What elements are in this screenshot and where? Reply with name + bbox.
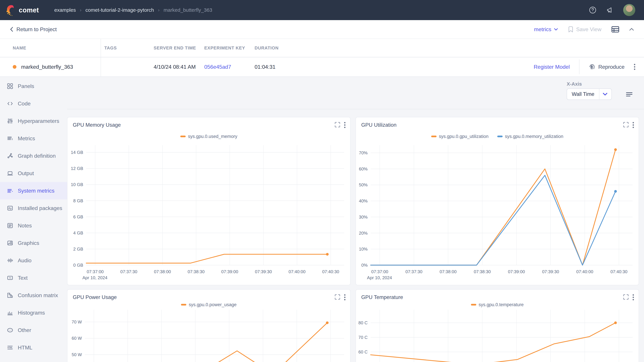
- comet-logo[interactable]: comet: [5, 4, 39, 16]
- legend-item[interactable]: sys.gpu.0.power_usage: [181, 302, 236, 308]
- top-header: comet examples›comet-tutorial-2-image-py…: [0, 0, 644, 20]
- sidebar-item-metrics[interactable]: Metrics: [0, 130, 67, 147]
- svg-text:07:37:30: 07:37:30: [405, 269, 422, 274]
- svg-text:HTML: HTML: [8, 347, 12, 349]
- table-row[interactable]: marked_butterfly_363 4/10/24 08:41 AM 05…: [0, 57, 644, 76]
- sidebar-item-histograms[interactable]: Histograms: [0, 304, 67, 322]
- sidebar-item-output[interactable]: Output: [0, 165, 67, 182]
- reproduce-button[interactable]: Reproduce: [589, 64, 624, 70]
- xaxis-select[interactable]: Wall Time: [567, 88, 612, 100]
- svg-text:12 GB: 12 GB: [71, 166, 83, 171]
- expand-chart-icon[interactable]: [623, 294, 628, 301]
- experiment-color-dot: [13, 65, 16, 69]
- breadcrumb: examples›comet-tutorial-2-image-pytorch›…: [54, 7, 212, 13]
- charts-grid: GPU Memory Usage sys.gpu.0.used_memory 0…: [67, 109, 644, 362]
- sidebar-item-audio[interactable]: Audio: [0, 252, 67, 269]
- sidebar-item-label: Panels: [18, 83, 34, 89]
- chart-kebab-menu-icon[interactable]: [632, 122, 634, 129]
- expand-chart-icon[interactable]: [335, 294, 340, 301]
- confusion-matrix-icon: [7, 292, 14, 299]
- sidebar-item-graphics[interactable]: Graphics: [0, 234, 67, 252]
- chart-kebab-menu-icon[interactable]: [344, 294, 346, 301]
- column-header-experiment-key[interactable]: EXPERIMENT KEY: [204, 45, 254, 51]
- return-to-project-button[interactable]: Return to Project: [10, 26, 57, 32]
- chart-kebab-menu-icon[interactable]: [632, 294, 634, 301]
- svg-text:07:37:00: 07:37:00: [87, 269, 104, 274]
- graphics-icon: [7, 240, 14, 246]
- svg-text:20%: 20%: [359, 231, 368, 236]
- chevron-down-icon: [603, 93, 608, 96]
- chart-card-gpu-utilization: GPU Utilization sys.gpu.0.gpu_utilizatio…: [356, 117, 639, 285]
- svg-text:07:40:30: 07:40:30: [610, 269, 628, 274]
- sidebar-item-graph-definition[interactable]: Graph definition: [0, 147, 67, 165]
- chevron-down-icon: [554, 28, 558, 31]
- chevron-left-icon: [10, 27, 13, 32]
- row-kebab-menu-icon[interactable]: [634, 64, 635, 70]
- svg-text:07:38:00: 07:38:00: [154, 269, 171, 274]
- dropdown-divider: [599, 89, 600, 99]
- table-layout-button[interactable]: [612, 26, 619, 32]
- legend-item[interactable]: sys.gpu.0.memory_utilization: [497, 133, 563, 139]
- save-view-button[interactable]: Save View: [568, 26, 602, 32]
- column-header-server-end-time[interactable]: SERVER END TIME: [154, 45, 204, 51]
- chart-title: GPU Memory Usage: [73, 122, 121, 128]
- svg-text:07:39:00: 07:39:00: [221, 269, 238, 274]
- collapse-panel-button[interactable]: [629, 28, 634, 31]
- sidebar-item-panels[interactable]: Panels: [0, 77, 67, 95]
- svg-text:07:39:30: 07:39:30: [255, 269, 272, 274]
- help-icon[interactable]: [588, 6, 597, 14]
- svg-text:8 GB: 8 GB: [73, 198, 83, 203]
- chart-canvas[interactable]: 07:37:00Apr 10, 202407:37:3007:38:0007:3…: [68, 310, 350, 362]
- legend-item[interactable]: sys.gpu.0.temperature: [471, 302, 524, 308]
- system-metrics-icon: [7, 187, 14, 194]
- announcements-icon[interactable]: [606, 6, 614, 14]
- column-header-name[interactable]: NAME: [0, 39, 101, 57]
- sidebar-item-other[interactable]: Other: [0, 322, 67, 339]
- experiment-table: NAME TAGS SERVER END TIME EXPERIMENT KEY…: [0, 39, 644, 77]
- chart-kebab-menu-icon[interactable]: [344, 122, 346, 129]
- svg-text:07:40:00: 07:40:00: [576, 269, 593, 274]
- svg-text:80 C: 80 C: [358, 320, 368, 325]
- actions-divider: [579, 59, 580, 74]
- avatar[interactable]: [623, 4, 635, 16]
- chart-options-icon[interactable]: [626, 92, 632, 98]
- legend-series-name: sys.gpu.0.gpu_utilization: [439, 134, 488, 139]
- chart-canvas[interactable]: 07:37:00Apr 10, 202407:37:3007:38:0007:3…: [356, 145, 639, 285]
- experiment-key-link[interactable]: 056e45ad7: [204, 64, 231, 70]
- breadcrumb-item[interactable]: examples: [54, 7, 76, 13]
- sidebar-item-text[interactable]: TtText: [0, 269, 67, 287]
- breadcrumb-item[interactable]: marked_butterfly_363: [164, 7, 212, 13]
- sidebar-item-html[interactable]: HTMLHTML: [0, 339, 67, 356]
- breadcrumb-item[interactable]: comet-tutorial-2-image-pytorch: [86, 7, 154, 13]
- svg-text:0 GB: 0 GB: [73, 263, 83, 268]
- legend-color-chip: [180, 136, 186, 137]
- sidebar-item-notes[interactable]: Notes: [0, 217, 67, 234]
- logo-text: comet: [19, 6, 39, 14]
- histograms-icon: [7, 309, 14, 316]
- legend-item[interactable]: sys.gpu.0.used_memory: [180, 133, 237, 139]
- fingerprint-icon: [589, 64, 595, 70]
- metrics-dropdown[interactable]: metrics: [534, 26, 558, 32]
- toolbar-right: metrics Save View: [534, 26, 634, 32]
- column-header-duration[interactable]: DURATION: [254, 45, 302, 51]
- expand-chart-icon[interactable]: [623, 122, 628, 129]
- sidebar-item-installed-packages[interactable]: PyInstalled packages: [0, 199, 67, 217]
- legend-color-chip: [497, 136, 502, 137]
- legend-item[interactable]: sys.gpu.0.gpu_utilization: [431, 133, 488, 139]
- metrics-dropdown-value: metrics: [534, 26, 551, 32]
- sidebar-item-code[interactable]: Code: [0, 95, 67, 112]
- chart-canvas[interactable]: 07:37:00Apr 10, 202407:37:3007:38:0007:3…: [356, 310, 639, 362]
- sidebar-item-hyperparameters[interactable]: Hyperparameters: [0, 112, 67, 130]
- svg-text:4 GB: 4 GB: [73, 230, 83, 236]
- chart-canvas[interactable]: 07:37:00Apr 10, 202407:37:3007:38:0007:3…: [68, 145, 350, 285]
- html-icon: HTML: [7, 344, 14, 351]
- svg-text:07:37:00: 07:37:00: [371, 269, 388, 274]
- expand-chart-icon[interactable]: [335, 122, 340, 129]
- sidebar-item-confusion-matrix[interactable]: Confusion matrix: [0, 287, 67, 304]
- register-model-button[interactable]: Register Model: [534, 64, 570, 70]
- svg-text:07:40:00: 07:40:00: [289, 269, 306, 274]
- audio-icon: [7, 257, 14, 264]
- chart-legend: sys.gpu.0.power_usage: [68, 302, 350, 308]
- sidebar-item-system-metrics[interactable]: System metrics: [0, 182, 67, 199]
- column-header-tags[interactable]: TAGS: [101, 45, 154, 51]
